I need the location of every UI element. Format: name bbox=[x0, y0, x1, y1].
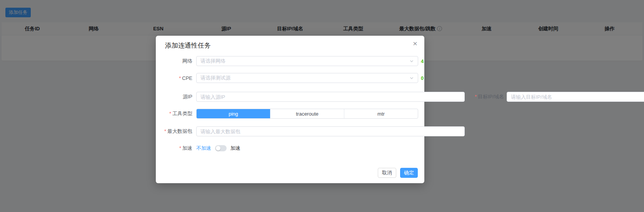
cpe-select[interactable]: 请选择测试源 bbox=[196, 73, 418, 83]
tool-type-label: *工具类型 bbox=[156, 110, 192, 117]
modal-footer: 取消 确定 bbox=[378, 168, 418, 178]
cancel-button[interactable]: 取消 bbox=[378, 168, 396, 178]
form-row-cpe: *CPE 请选择测试源 0 bbox=[156, 73, 424, 83]
network-label: 网络 bbox=[156, 58, 192, 65]
chevron-down-icon bbox=[409, 59, 414, 63]
form-row-ip: 源IP *目标IP/域名 bbox=[156, 92, 424, 102]
required-asterisk: * bbox=[179, 145, 181, 151]
accelerate-off-label[interactable]: 不加速 bbox=[196, 145, 211, 152]
accelerate-on-label[interactable]: 加速 bbox=[230, 145, 240, 152]
cpe-select-placeholder: 请选择测试源 bbox=[200, 75, 409, 81]
tool-option-mtr[interactable]: mtr bbox=[344, 109, 418, 118]
network-select[interactable]: 请选择网络 bbox=[196, 56, 418, 66]
cpe-count-badge: 0 bbox=[421, 75, 424, 81]
tool-option-traceroute[interactable]: traceroute bbox=[270, 109, 344, 118]
modal-form: 网络 请选择网络 4 *CPE 请选择测试源 0 bbox=[156, 56, 424, 152]
source-ip-input[interactable] bbox=[196, 92, 465, 102]
target-ip-label: *目标IP/域名 bbox=[465, 93, 504, 100]
required-asterisk: * bbox=[179, 75, 181, 81]
required-asterisk: * bbox=[169, 111, 171, 116]
accelerate-toggle[interactable] bbox=[215, 145, 227, 151]
required-asterisk: * bbox=[475, 94, 477, 99]
target-ip-input[interactable] bbox=[507, 92, 644, 102]
confirm-button[interactable]: 确定 bbox=[400, 168, 418, 178]
max-packet-label: *最大数据包 bbox=[156, 128, 192, 135]
form-row-network: 网络 请选择网络 4 bbox=[156, 56, 424, 66]
required-asterisk: * bbox=[164, 128, 166, 134]
add-connectivity-task-modal: 添加连通性任务 ✕ 网络 请选择网络 4 *CPE 请选择测试源 bbox=[156, 36, 424, 183]
close-icon[interactable]: ✕ bbox=[410, 39, 420, 48]
tool-type-segmented-control: ping traceroute mtr bbox=[196, 109, 418, 119]
form-row-max-packet: *最大数据包 bbox=[156, 126, 424, 136]
modal-title: 添加连通性任务 bbox=[165, 41, 211, 50]
max-packet-input[interactable] bbox=[196, 126, 465, 136]
accelerate-label: *加速 bbox=[156, 145, 192, 152]
tool-option-ping[interactable]: ping bbox=[197, 109, 270, 118]
network-select-placeholder: 请选择网络 bbox=[200, 58, 409, 65]
form-row-tool-type: *工具类型 ping traceroute mtr bbox=[156, 109, 424, 119]
network-count-badge: 4 bbox=[421, 58, 424, 64]
chevron-down-icon bbox=[409, 76, 414, 80]
cpe-label: *CPE bbox=[156, 75, 192, 81]
source-ip-label: 源IP bbox=[156, 93, 192, 100]
toggle-knob bbox=[216, 146, 220, 151]
form-row-accelerate: *加速 不加速 加速 bbox=[156, 145, 424, 152]
